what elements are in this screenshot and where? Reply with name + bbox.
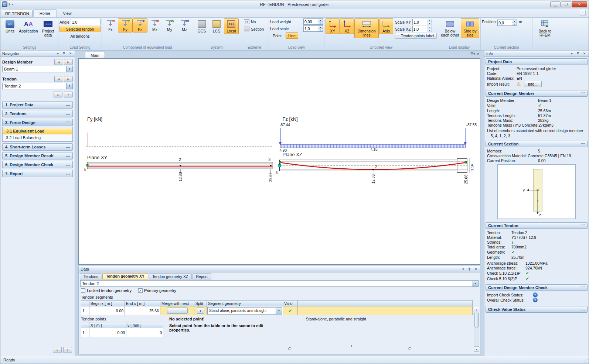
scroll-up-arrow[interactable]: ▲ — [474, 307, 479, 312]
end-x-cell[interactable]: 25.66 — [125, 306, 160, 315]
tendon-select[interactable]: Tendon 2 ▼ — [2, 83, 73, 89]
fx-button[interactable]: Fx Fx — [103, 18, 118, 32]
dropdown-icon[interactable]: ▾ — [461, 267, 466, 272]
begin-x-cell[interactable]: 0.00 — [89, 306, 125, 315]
section-header-member-check[interactable]: Current Design Member Check⌃⌃ — [486, 284, 588, 291]
section-header-current-tendon[interactable]: Current Tendon⌃⌃ — [486, 222, 588, 229]
col-x[interactable]: X [ m ] — [89, 322, 126, 328]
nav-section-short-term-losses[interactable]: 4. Short-term Losses⌄⌄ — [2, 143, 73, 151]
load-scale-input[interactable] — [304, 26, 318, 31]
local-button[interactable]: 8 5 6 Local — [224, 18, 239, 34]
merge-with-next-button[interactable] — [167, 308, 188, 314]
position-input[interactable] — [498, 20, 512, 25]
main-canvas[interactable]: Fy [kN] Plane XY 2 3 — [78, 58, 480, 265]
chevron-down-icon[interactable]: ▼ — [472, 281, 478, 286]
tendon-xz-point-2[interactable] — [372, 169, 374, 171]
collapse-ribbon-icon[interactable]: ⌃ — [580, 10, 586, 16]
col-begin-x[interactable]: Begin x [ m ] — [89, 301, 125, 306]
load-weight-input[interactable] — [304, 19, 318, 24]
project-data-button[interactable]: ★★★ Project data — [39, 18, 57, 38]
nav-section-project-data[interactable]: 1. Project Data⌄⌄ — [2, 101, 73, 109]
col-v[interactable]: v [ mm ] — [126, 322, 163, 328]
chevron-down-icon[interactable]: ▼ — [66, 83, 72, 89]
scroll-up-button[interactable]: ▲ — [53, 347, 62, 353]
spin-down-icon[interactable]: ▼ — [427, 22, 432, 25]
info-button[interactable]: Info... — [524, 81, 542, 87]
chevron-down-icon[interactable]: ▼ — [11, 3, 14, 6]
side-by-side-button[interactable]: Side by side — [461, 18, 479, 38]
col-end-x[interactable]: End x [ m ] — [125, 301, 160, 306]
spin-down-icon[interactable]: ▼ — [318, 29, 323, 31]
segment-row[interactable]: 1 0.00 25.66 + Stand-alone, parabolic an… — [81, 306, 473, 315]
dropdown-icon[interactable]: ▾ — [55, 51, 60, 56]
tendon-combobox[interactable]: Tendon 2 ▼ — [80, 280, 479, 287]
tendon-xy-start-anchor[interactable] — [86, 164, 88, 166]
scroll-down-arrow[interactable]: ▼ — [474, 346, 479, 351]
vertical-scrollbar[interactable]: ▲ ▼ — [474, 307, 479, 352]
tendon-points-label-button[interactable]: ⌁ Tendon points label — [395, 33, 437, 39]
nav-section-design-member-result[interactable]: 5. Design Member Result⌄⌄ — [2, 152, 73, 159]
tendon-xz-end-anchor[interactable] — [465, 161, 467, 163]
tab-home[interactable]: Home — [33, 9, 57, 17]
close-icon[interactable]: ✕ — [68, 51, 73, 56]
point-row[interactable]: 1 0.00 0 — [81, 328, 163, 337]
section-header-check-value-status[interactable]: Check Value Status⌄⌄ — [486, 306, 588, 313]
tab-tendon-geometry-xz[interactable]: Tendon geometry XZ — [149, 273, 192, 279]
view-menu-icon[interactable]: ☰▾ — [470, 52, 475, 56]
close-view-icon[interactable]: ✕ — [477, 52, 480, 56]
spin-up-icon[interactable]: ▲ — [512, 20, 517, 23]
move-down-button[interactable]: ▼ — [64, 92, 73, 97]
v-cell[interactable]: 0 — [126, 328, 163, 337]
next-design-member-button[interactable]: ▶ — [64, 59, 73, 65]
section-header-project-data[interactable]: Project Data⌃⌃ — [486, 58, 588, 65]
col-merge[interactable]: Merge with next — [160, 301, 194, 306]
x-cell[interactable]: 0.00 — [89, 328, 126, 337]
nav-section-report[interactable]: 7. Report⌄⌄ — [2, 170, 73, 177]
nav-item-equivalent-load[interactable]: 3.1 Equivalent Load — [3, 128, 72, 134]
pin-icon[interactable] — [467, 267, 472, 272]
row-number[interactable]: 1 — [81, 306, 89, 315]
line-button[interactable]: Line — [286, 32, 298, 39]
lcs-button[interactable]: LCS — [209, 18, 224, 34]
application-menu-button[interactable]: RF-TENDON — [2, 10, 33, 17]
section-header-current-design-member[interactable]: Current Design Member⌃⌃ — [486, 90, 588, 97]
tab-tendons[interactable]: Tendons — [80, 273, 102, 279]
close-icon[interactable]: ✕ — [473, 267, 478, 272]
locked-geometry-checkbox[interactable]: Locked tendon geometry — [81, 288, 132, 293]
tendon-xy-point-2[interactable] — [180, 165, 181, 166]
fz-button[interactable]: Fz Fz — [133, 18, 147, 32]
tab-main[interactable]: Main — [85, 52, 105, 58]
segment-geometry-select[interactable]: Stand-alone, parabolic and straight ▼ — [207, 307, 282, 315]
tab-tendon-geometry-xy[interactable]: Tendon geometry XY — [102, 273, 148, 279]
col-split[interactable]: Split — [194, 301, 207, 306]
move-up-button[interactable]: ▲ — [54, 92, 62, 97]
spin-up-icon[interactable]: ▲ — [427, 26, 432, 29]
col-valid[interactable]: Valid — [283, 301, 298, 306]
maximize-button[interactable]: ❐ — [561, 1, 571, 7]
current-section-marker[interactable] — [278, 164, 280, 167]
extreme-section-button[interactable]: Section — [241, 26, 268, 32]
chevron-down-icon[interactable]: ▼ — [66, 66, 72, 72]
mx-button[interactable]: Mx Mx — [147, 18, 162, 32]
nav-section-tendons[interactable]: 2. Tendons⌄⌄ — [2, 110, 73, 117]
my-button[interactable]: My My — [162, 18, 177, 32]
angle-input[interactable] — [71, 19, 100, 25]
spin-up-icon[interactable]: ▲ — [427, 19, 432, 22]
col-segment-geometry[interactable]: Segment geometry — [207, 301, 283, 306]
spin-up-icon[interactable]: ▲ — [318, 26, 323, 29]
pin-icon[interactable] — [62, 51, 67, 56]
spin-down-icon[interactable]: ▼ — [512, 23, 517, 25]
application-button[interactable]: AA Application — [18, 18, 39, 34]
gcs-button[interactable]: GCS — [194, 18, 209, 34]
pin-icon[interactable] — [576, 51, 581, 56]
scrollbar-thumb[interactable] — [474, 313, 479, 327]
all-tendons-button[interactable]: All tendons — [59, 33, 101, 39]
fy-button[interactable]: Fy Fy — [118, 18, 133, 32]
tendon-xy-point-3[interactable] — [270, 165, 271, 166]
dropdown-icon[interactable]: ▾ — [569, 51, 574, 56]
tendon-xz-start-anchor[interactable] — [279, 161, 281, 163]
resize-grip[interactable]: ⋰ — [583, 358, 588, 363]
section-header-current-section[interactable]: Current Section⌃⌃ — [486, 141, 588, 147]
design-member-select[interactable]: Beam 1 ▼ — [2, 66, 73, 72]
axis-button[interactable]: Axis — [379, 18, 393, 34]
